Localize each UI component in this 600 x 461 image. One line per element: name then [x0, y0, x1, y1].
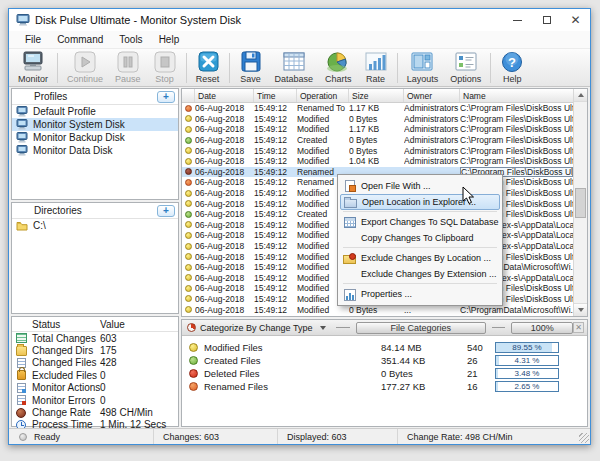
status-panel: Status Value Total Changes 603	[11, 316, 179, 427]
menu-help[interactable]: Help	[151, 33, 188, 46]
menu-tools[interactable]: Tools	[111, 33, 150, 46]
status-value: 0	[100, 370, 178, 381]
add-directory-button[interactable]: +	[157, 205, 175, 217]
categorize-header: Categorize By Change Type File Categorie…	[182, 320, 587, 336]
toolbar-separator	[186, 53, 187, 83]
toolbar-label: Charts	[325, 74, 352, 84]
charts-button[interactable]: Charts	[319, 50, 358, 85]
pie-icon	[187, 323, 196, 332]
percent-value: 2.65 %	[496, 382, 558, 391]
change-type-dot	[185, 253, 192, 260]
directories-panel: Directories + C:\	[11, 202, 179, 314]
layouts-button[interactable]: Layouts	[401, 50, 445, 85]
cell-date: 06-Aug-2018	[195, 220, 254, 230]
cell-name: C:\Program Files\DiskBoss Ulti...	[460, 156, 573, 166]
menu-item-open-file-with[interactable]: Open File With ...	[340, 178, 500, 194]
menu-item-open-location-in-explorer[interactable]: Open Location in Explorer ...	[340, 194, 500, 210]
category-size: 177.27 KB	[381, 381, 467, 392]
continue-button[interactable]: Continue	[61, 50, 109, 85]
cell-size: 0 Bytes	[349, 146, 404, 156]
add-profile-button[interactable]: +	[157, 91, 175, 103]
profile-item[interactable]: Monitor Data Disk	[12, 144, 178, 157]
svg-text:?: ?	[508, 55, 516, 70]
scrollbar-thumb[interactable]	[575, 188, 586, 218]
table-row[interactable]: 06-Aug-2018 15:49:12 Modified 0 Bytes Ad…	[182, 114, 573, 125]
table-row[interactable]: 06-Aug-2018 15:49:12 Modified 1.04 KB Ad…	[182, 156, 573, 167]
menu-file[interactable]: File	[17, 33, 49, 46]
menu-item-copy-changes-clipboard[interactable]: Copy Changes To Clipboard	[340, 230, 500, 246]
change-type-dot	[185, 306, 192, 313]
file-categories-button[interactable]: File Categories	[356, 322, 486, 334]
table-row[interactable]: 06-Aug-2018 15:49:12 Modified 0 Bytes Ad…	[182, 145, 573, 156]
profile-item[interactable]: Monitor System Disk	[12, 118, 178, 131]
table-row[interactable]: 06-Aug-2018 15:49:12 Created 0 Bytes Adm…	[182, 135, 573, 146]
database-button[interactable]: Database	[269, 50, 320, 85]
reset-button[interactable]: Reset	[190, 50, 226, 85]
cell-name: C:\Windows\Prefetch\DISKPFL...	[460, 315, 573, 316]
profile-item[interactable]: Monitor Backup Disk	[12, 131, 178, 144]
vertical-scrollbar[interactable]	[573, 89, 587, 316]
cell-owner: Administrators	[404, 114, 460, 124]
menu-command[interactable]: Command	[49, 33, 111, 46]
rate-button[interactable]: Rate	[358, 50, 394, 85]
categorize-dropdown[interactable]: Categorize By Change Type	[185, 323, 330, 333]
table-row[interactable]: 06-Aug-2018 15:49:12 Modified 1.17 KB Ad…	[182, 124, 573, 135]
stop-button[interactable]: Stop	[147, 50, 183, 85]
pause-button[interactable]: Pause	[109, 50, 147, 85]
cell-name: C:\Program Files\DiskBoss Ulti...	[460, 124, 573, 134]
table-row[interactable]: 06-Aug-2018 15:49:12 Modified 0 Bytes ..…	[182, 315, 573, 316]
change-type-dot	[185, 274, 192, 281]
zoom-level-button[interactable]: 100%	[511, 322, 573, 334]
save-button[interactable]: Save	[233, 50, 269, 85]
menu-item-exclude-by-extension[interactable]: Exclude Changes By Extension ...	[340, 266, 500, 282]
column-header-date[interactable]: Date	[195, 89, 254, 102]
maximize-button[interactable]	[532, 9, 561, 31]
close-button[interactable]: ✕	[561, 9, 590, 31]
category-dot	[189, 356, 198, 365]
column-header-operation[interactable]: Operation	[297, 89, 349, 102]
category-row: Renamed Files 177.27 KB 16 2.65 %	[182, 380, 587, 393]
category-row: Created Files 351.44 KB 26 4.31 %	[182, 354, 587, 367]
cell-date: 06-Aug-2018	[195, 283, 254, 293]
category-dot	[189, 343, 198, 352]
cell-date: 06-Aug-2018	[195, 114, 254, 124]
menu-item-exclude-by-location[interactable]: Exclude Changes By Location ...	[340, 250, 500, 266]
column-header-size[interactable]: Size	[349, 89, 404, 102]
cell-date: 06-Aug-2018	[195, 273, 254, 283]
close-panel-button[interactable]: ✕	[573, 322, 584, 333]
menu-item-export-changes-sql[interactable]: Export Changes To SQL Database	[340, 214, 500, 230]
change-type-dot	[185, 232, 192, 239]
status-icon	[16, 346, 27, 356]
minimize-button[interactable]	[503, 9, 532, 31]
table-row[interactable]: 06-Aug-2018 15:49:12 Renamed To 1.17 KB …	[182, 103, 573, 114]
cell-owner: Administrators	[404, 156, 460, 166]
status-icon	[16, 333, 27, 343]
splitter-handle[interactable]	[492, 327, 506, 328]
column-header-time[interactable]: Time	[254, 89, 297, 102]
cell-time: 15:49:12	[254, 252, 297, 262]
help-button[interactable]: ? Help	[494, 50, 530, 85]
cell-date: 06-Aug-2018	[195, 294, 254, 304]
column-header-owner[interactable]: Owner	[404, 89, 460, 102]
resize-grip[interactable]	[579, 433, 589, 443]
table-header: Date Time Operation Size Owner Name	[182, 89, 587, 103]
scroll-down-arrow[interactable]	[574, 303, 587, 316]
status-value: 428	[100, 357, 178, 368]
category-label: Renamed Files	[204, 381, 381, 392]
cell-size: 0 Bytes	[349, 305, 404, 315]
options-button[interactable]: Options	[444, 50, 487, 85]
menu-item-properties[interactable]: Properties ...	[340, 286, 500, 302]
splitter-handle[interactable]	[336, 327, 350, 328]
window-title: Disk Pulse Ultimate - Monitor System Dis…	[35, 14, 241, 26]
directory-item[interactable]: C:\	[12, 219, 178, 232]
status-row: Total Changes 603	[12, 332, 178, 344]
sidebar: Profiles + Default Profile	[11, 88, 179, 427]
category-count: 21	[467, 368, 495, 379]
profile-item[interactable]: Default Profile	[12, 105, 178, 118]
column-header-name[interactable]: Name	[460, 89, 587, 102]
folder-icon	[16, 221, 28, 231]
percent-bar: 4.31 %	[495, 355, 559, 366]
cell-operation: Modified	[297, 156, 349, 166]
scroll-up-arrow[interactable]	[574, 89, 587, 102]
monitor-button[interactable]: Monitor	[12, 50, 54, 85]
